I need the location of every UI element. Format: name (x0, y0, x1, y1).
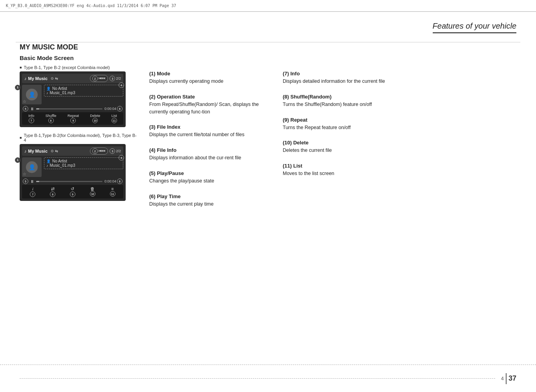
annot-10b: 10 (90, 191, 95, 197)
mock-screen-1: ♪ My Music ⊙ ⇆ 2 ⏮⏭ 3 2/2 (20, 71, 126, 127)
mid-heading-5: (5) Play/Pause (149, 170, 271, 176)
person-small-icon: 👤 (46, 87, 51, 91)
file-info-box-1: 👤 No Artist ♪ Music_01.mp3 (44, 85, 123, 97)
screen1-right: 2 ⏮⏭ 3 2/2 (90, 75, 121, 82)
annot-9a: 9 (70, 118, 76, 123)
mid-item-1: (1) ModeDisplays currently operating mod… (149, 71, 271, 85)
progress-bar-1 (36, 108, 102, 109)
page-title-section: Features of your vehicle (433, 22, 516, 33)
artist-1: 👤 No Artist (46, 86, 121, 91)
right-desc-4: Deletes the current file (283, 147, 520, 154)
mid-item-2: (2) Operation StateFrom Repeat/Shuffle(R… (149, 94, 271, 116)
annot-5a: 5 (23, 106, 28, 111)
btn-shuffle-1: Shuffle 8 (46, 114, 57, 123)
album-inner: 👤 (26, 89, 38, 100)
page-title: Features of your vehicle (433, 22, 516, 31)
annot-2b: 2 ⏮⏭ (90, 148, 108, 155)
mid-desc-3: Displays the current file/total number o… (149, 131, 271, 139)
mid-item-6: (6) Play TimeDisplays the current play t… (149, 193, 271, 208)
screen1-label: Type B-1, Type B-2 (except Colombia mode… (20, 65, 137, 70)
album-art-2: 👤 ☆ (22, 157, 42, 177)
screen1-info-area: 4 👤 No Artist ♪ Music_01.mp3 (44, 85, 123, 104)
btn-delete-1: Delete 10 (90, 114, 100, 123)
right-desc-1: Displays detailed information for the cu… (283, 78, 520, 85)
screen2-label: Type B-1,Type B-2(for Colombia model), T… (20, 133, 137, 142)
right-heading-2: (8) Shuffle(Random) (283, 94, 520, 100)
mid-item-5: (5) Play/PauseChanges the play/pause sta… (149, 170, 271, 185)
annot-11a: 11 (112, 118, 117, 123)
screen1-wrapper: 1 ♪ My Music ⊙ ⇆ 2 ⏮⏭ (16, 71, 137, 127)
annot-4a: 4 (119, 82, 124, 88)
right-item-1: (7) InfoDisplays detailed information fo… (283, 71, 520, 85)
mid-desc-2: From Repeat/Shuffle(Random)/ Scan, displ… (149, 101, 271, 116)
annot-3a: 3 2/2 (110, 76, 121, 81)
mid-column: (1) ModeDisplays currently operating mod… (137, 43, 271, 361)
music-small-icon: ♪ (46, 91, 48, 95)
annot-5b: 5 (23, 179, 28, 184)
right-item-2: (8) Shuffle(Random)Turns the Shuffle(Ran… (283, 94, 520, 108)
album-art-1: 👤 ☆ (22, 85, 42, 104)
annot-7b: 7 (30, 191, 35, 197)
annot-6a: 6 (117, 106, 123, 111)
right-heading-1: (7) Info (283, 71, 520, 77)
footer: 4 37 (0, 365, 536, 392)
right-item-3: (9) RepeatTurns the Repeat feature on/of… (283, 117, 520, 131)
filename-2: ♪ Music_01.mp3 (46, 163, 121, 168)
annot-1a: 1 (15, 84, 20, 90)
screen2-bottom-bar: 𝑖 7 ⇄ 8 ↺ 9 🗑 10 (22, 185, 123, 199)
annot-8a: 8 (48, 118, 54, 123)
mid-heading-4: (4) File Info (149, 147, 271, 153)
section-title: MY MUSIC MODE (20, 43, 137, 51)
main-content: MY MUSIC MODE Basic Mode Screen Type B-1… (16, 43, 520, 361)
annot-1b: 1 (15, 157, 20, 163)
left-column: MY MUSIC MODE Basic Mode Screen Type B-1… (16, 43, 137, 361)
mid-desc-4: Displays information about the cur-rent … (149, 154, 271, 162)
btn-repeat-1: Repeat 9 (68, 114, 79, 123)
person-icon: 👤 (29, 91, 35, 98)
subsection-title: Basic Mode Screen (20, 55, 137, 61)
right-desc-3: Turns the Repeat feature on/off (283, 124, 520, 131)
screen1-album-area: 👤 ☆ (22, 85, 42, 104)
mid-desc-1: Displays currently operating mode (149, 78, 271, 85)
footer-divider (506, 373, 507, 384)
screen1-title: ♪ My Music ⊙ ⇆ (24, 76, 58, 81)
annot-6b: 6 (117, 179, 123, 184)
music-small-icon-2: ♪ (46, 164, 48, 168)
screen1-progress-row: 5 ⏸ 0:00:04 6 (22, 106, 123, 111)
right-heading-4: (10) Delete (283, 140, 520, 146)
right-column: (7) InfoDisplays detailed information fo… (271, 43, 520, 361)
annot-7a: 7 (29, 118, 34, 123)
btn-info-2: 𝑖 7 (30, 186, 35, 197)
btn-repeat-2: ↺ 9 (70, 186, 75, 197)
annot-8b: 8 (50, 191, 55, 197)
mid-desc-6: Displays the current play time (149, 201, 271, 208)
play-pause-icon-2: ⏸ (30, 179, 34, 184)
progress-bar-2 (36, 181, 102, 182)
right-heading-5: (11) List (283, 163, 520, 169)
progress-fill-1 (36, 108, 39, 109)
header-separator (16, 42, 520, 42)
album-inner-2: 👤 (26, 161, 38, 173)
person-icon-2: 👤 (29, 164, 35, 170)
progress-fill-2 (36, 181, 39, 182)
btn-delete-2: 🗑 10 (90, 186, 95, 197)
footer-pagination: 4 37 (501, 373, 516, 384)
music-note-icon-2: ♪ (24, 149, 27, 153)
right-item-4: (10) DeleteDeletes the current file (283, 140, 520, 154)
btn-shuffle-2: ⇄ 8 (50, 186, 55, 197)
screen2-time-area: 0:00:04 6 (104, 179, 123, 184)
screen1-topbar: ♪ My Music ⊙ ⇆ 2 ⏮⏭ 3 2/2 (22, 74, 123, 83)
btn-info-1: Info 7 (28, 114, 34, 123)
btn-list-1: List 11 (112, 114, 117, 123)
header-file-label: K_YP_B3.0_AUDIO_A9MS2H3E00:YF eng 4c-Aud… (6, 4, 176, 8)
footer-page: 37 (509, 374, 516, 383)
screen2-info-area: 4 👤 No Artist ♪ Music_01.mp3 (44, 157, 123, 177)
screen2-topbar: ♪ My Music ⊙ ⇆ 2 ⏮⏭ 3 2/2 (22, 146, 123, 156)
screen1-middle: 👤 ☆ 4 👤 No Artist (22, 85, 123, 104)
right-heading-3: (9) Repeat (283, 117, 520, 123)
screen1-bottom-bar: Info 7 Shuffle 8 Repeat 9 Delete 10 (22, 112, 123, 125)
mid-desc-5: Changes the play/pause state (149, 177, 271, 185)
screen2-title: ♪ My Music ⊙ ⇆ (24, 149, 58, 153)
title-underline (433, 32, 516, 33)
play-pause-icon: ⏸ (30, 107, 34, 111)
